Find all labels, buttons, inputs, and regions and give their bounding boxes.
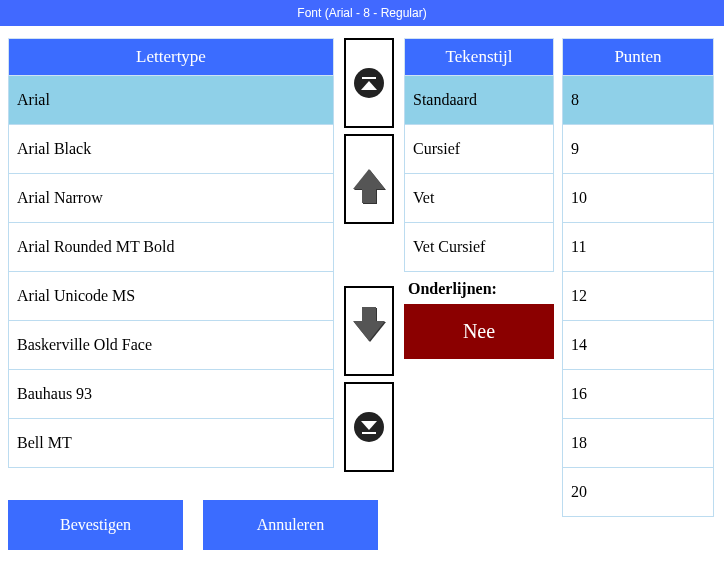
font-item-label: Arial Unicode MS [17, 287, 135, 305]
size-item-label: 9 [571, 140, 579, 158]
font-item-label: Arial Rounded MT Bold [17, 238, 174, 256]
style-list: Standaard Cursief Vet Vet Cursief [404, 76, 554, 272]
size-column: Punten 8 9 10 11 12 14 16 18 20 [562, 38, 714, 517]
window-title: Font (Arial - 8 - Regular) [297, 6, 426, 20]
size-item[interactable]: 11 [563, 223, 713, 272]
font-item-label: Bauhaus 93 [17, 385, 92, 403]
arrow-down-icon [353, 321, 385, 341]
scroll-top-button[interactable] [344, 38, 394, 128]
font-item-label: Arial Narrow [17, 189, 103, 207]
font-header: Lettertype [8, 38, 334, 76]
style-item-label: Standaard [413, 91, 477, 109]
size-item-label: 18 [571, 434, 587, 452]
scroll-down-button[interactable] [344, 286, 394, 376]
size-item[interactable]: 20 [563, 468, 713, 517]
size-item-label: 14 [571, 336, 587, 354]
size-item-label: 20 [571, 483, 587, 501]
style-item[interactable]: Standaard [405, 76, 553, 125]
nav-column [342, 38, 396, 517]
scroll-top-icon [354, 68, 384, 98]
size-item-label: 16 [571, 385, 587, 403]
footer: Bevestigen Annuleren [8, 500, 378, 550]
font-column: Lettertype Arial Arial Black Arial Narro… [8, 38, 334, 517]
underline-label: Onderlijnen: [404, 272, 554, 304]
size-item[interactable]: 18 [563, 419, 713, 468]
underline-value: Nee [463, 320, 495, 342]
font-item-label: Baskerville Old Face [17, 336, 152, 354]
size-item-label: 11 [571, 238, 586, 256]
font-item-label: Bell MT [17, 434, 72, 452]
font-item[interactable]: Baskerville Old Face [9, 321, 333, 370]
size-item[interactable]: 10 [563, 174, 713, 223]
style-item-label: Vet [413, 189, 434, 207]
font-item[interactable]: Bell MT [9, 419, 333, 468]
font-item-label: Arial Black [17, 140, 91, 158]
size-item-label: 12 [571, 287, 587, 305]
style-column: Tekenstijl Standaard Cursief Vet Vet Cur… [404, 38, 554, 517]
size-item-label: 10 [571, 189, 587, 207]
size-item[interactable]: 14 [563, 321, 713, 370]
style-item[interactable]: Cursief [405, 125, 553, 174]
cancel-button[interactable]: Annuleren [203, 500, 378, 550]
style-item-label: Cursief [413, 140, 460, 158]
underline-toggle[interactable]: Nee [404, 304, 554, 359]
style-item[interactable]: Vet [405, 174, 553, 223]
style-header: Tekenstijl [404, 38, 554, 76]
scroll-bottom-button[interactable] [344, 382, 394, 472]
title-bar: Font (Arial - 8 - Regular) [0, 0, 724, 26]
main-area: Lettertype Arial Arial Black Arial Narro… [0, 26, 724, 517]
size-list: 8 9 10 11 12 14 16 18 20 [562, 76, 714, 517]
size-item[interactable]: 16 [563, 370, 713, 419]
size-item[interactable]: 8 [563, 76, 713, 125]
style-item[interactable]: Vet Cursief [405, 223, 553, 272]
style-item-label: Vet Cursief [413, 238, 485, 256]
font-item[interactable]: Bauhaus 93 [9, 370, 333, 419]
arrow-up-icon [353, 169, 385, 189]
font-item[interactable]: Arial Unicode MS [9, 272, 333, 321]
font-item[interactable]: Arial Rounded MT Bold [9, 223, 333, 272]
scroll-bottom-icon [354, 412, 384, 442]
size-item[interactable]: 9 [563, 125, 713, 174]
font-list: Arial Arial Black Arial Narrow Arial Rou… [8, 76, 334, 468]
font-item[interactable]: Arial [9, 76, 333, 125]
font-item-label: Arial [17, 91, 50, 109]
size-header: Punten [562, 38, 714, 76]
font-item[interactable]: Arial Black [9, 125, 333, 174]
size-item[interactable]: 12 [563, 272, 713, 321]
font-item[interactable]: Arial Narrow [9, 174, 333, 223]
scroll-up-button[interactable] [344, 134, 394, 224]
confirm-button[interactable]: Bevestigen [8, 500, 183, 550]
size-item-label: 8 [571, 91, 579, 109]
